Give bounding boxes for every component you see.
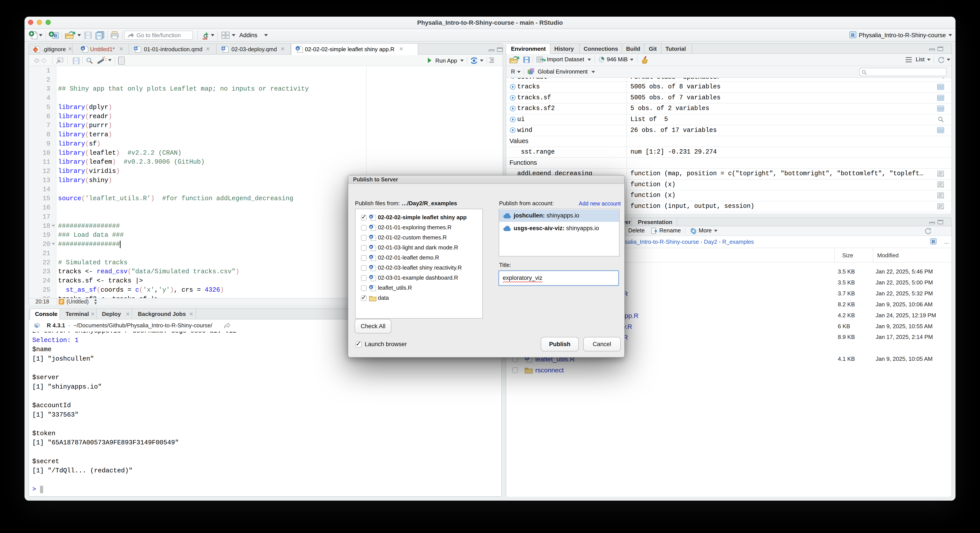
svg-text:R: R	[82, 47, 84, 51]
svg-text:R: R	[370, 256, 372, 259]
svg-text:R: R	[851, 32, 855, 38]
svg-text:R: R	[370, 286, 372, 289]
svg-text:R: R	[932, 239, 935, 244]
svg-text:R: R	[370, 215, 372, 219]
svg-text:R: R	[35, 324, 38, 328]
svg-text:R: R	[370, 245, 372, 249]
svg-text:R: R	[370, 276, 372, 279]
svg-text:R: R	[54, 33, 57, 38]
svg-text:R: R	[297, 47, 299, 51]
svg-text:R: R	[370, 266, 372, 269]
svg-text:R: R	[370, 225, 372, 229]
svg-text:R: R	[370, 235, 372, 239]
